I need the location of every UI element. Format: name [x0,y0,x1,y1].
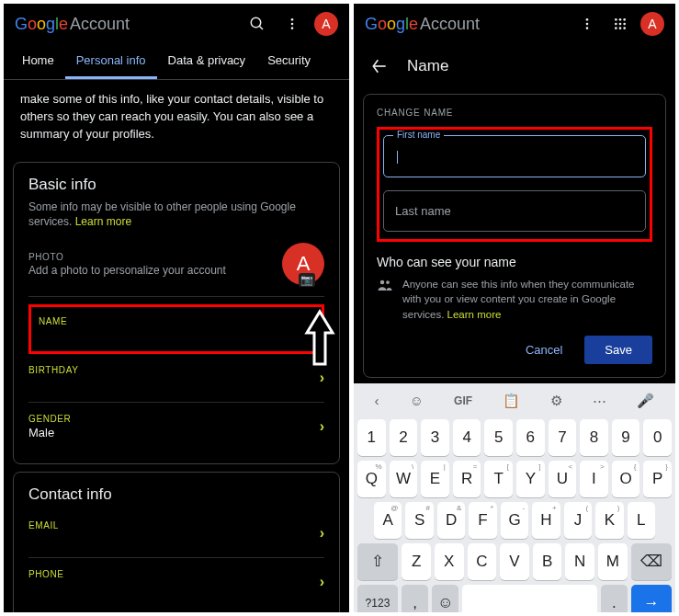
shift-key[interactable]: ⇧ [357,543,398,580]
svg-point-6 [586,23,589,26]
last-name-label: Last name [395,204,451,218]
chevron-left-icon[interactable]: ‹ [375,393,379,408]
tab-data-privacy[interactable]: Data & privacy [157,44,257,79]
tab-security[interactable]: Security [256,44,322,79]
key-h[interactable]: H+ [532,502,560,539]
basic-info-card: Basic info Some info may be visible to o… [13,162,340,465]
svg-point-4 [291,27,294,29]
key-2[interactable]: 2 [390,419,418,456]
clipboard-icon[interactable]: 📋 [503,393,520,409]
key-e[interactable]: E| [421,461,449,497]
key-b[interactable]: B [533,543,562,580]
space-key[interactable] [462,585,596,612]
key-l[interactable]: L [628,502,655,539]
name-row[interactable]: NAME › [28,304,324,354]
people-icon [377,277,393,323]
key-o[interactable]: O{ [612,461,640,497]
svg-point-13 [623,23,626,26]
apps-grid-icon[interactable] [607,11,633,37]
key-d[interactable]: D& [437,502,465,539]
camera-icon: 📷 [299,273,315,287]
key-n[interactable]: N [565,543,594,580]
key-c[interactable]: C [468,543,497,580]
first-name-field[interactable]: First name [383,135,646,177]
chevron-right-icon: › [310,321,314,337]
backspace-key[interactable]: ⌫ [631,543,672,580]
cancel-button[interactable]: Cancel [513,336,575,364]
key-i[interactable]: I> [580,461,608,497]
avatar[interactable]: A [640,12,664,36]
photo-row[interactable]: PHOTO Add a photo to personalize your ac… [28,230,324,297]
learn-more-link[interactable]: Learn more [75,215,131,228]
key-v[interactable]: V [500,543,529,580]
comma-key[interactable]: , [402,585,428,612]
key-a[interactable]: A@ [374,502,402,539]
profile-photo-avatar[interactable]: A📷 [282,243,324,285]
svg-line-1 [259,26,263,29]
key-f[interactable]: F* [469,502,496,539]
more-horiz-icon[interactable]: ⋯ [593,393,606,409]
more-vert-icon[interactable] [574,11,600,37]
keyboard-row-bottom: ?123 , ☺ . → [357,585,672,612]
key-r[interactable]: R= [453,461,481,497]
chevron-right-icon: › [320,574,324,590]
keyboard-row-numbers: 1234567890 [357,419,672,456]
gif-icon[interactable]: GIF [454,394,472,407]
gender-row[interactable]: GENDER Male › [28,403,324,451]
last-name-field[interactable]: Last name [383,190,646,232]
svg-point-5 [586,18,589,21]
key-y[interactable]: Y] [516,461,545,497]
key-q[interactable]: Q% [357,461,386,497]
key-1[interactable]: 1 [357,419,386,456]
svg-point-15 [619,27,622,29]
phone-row[interactable]: PHONE › [28,558,324,606]
key-s[interactable]: S# [405,502,433,539]
chevron-right-icon: › [320,525,324,542]
learn-more-link[interactable]: Learn more [447,309,502,320]
key-w[interactable]: W\ [390,461,418,497]
avatar[interactable]: A [314,12,338,36]
svg-point-14 [615,27,617,29]
key-0[interactable]: 0 [643,419,672,456]
gear-icon[interactable]: ⚙ [550,393,562,409]
sticker-icon[interactable]: ☺ [410,393,424,408]
emoji-key[interactable]: ☺ [432,585,458,612]
keyboard-toolbar: ‹ ☺ GIF 📋 ⚙ ⋯ 🎤 [357,389,672,415]
google-account-logo: GoogleAccount [15,15,130,34]
button-row: Cancel Save [377,336,652,364]
key-8[interactable]: 8 [580,419,608,456]
key-3[interactable]: 3 [421,419,449,456]
key-5[interactable]: 5 [484,419,513,456]
phone-label: PHONE [28,569,320,579]
key-g[interactable]: G- [501,502,528,539]
key-9[interactable]: 9 [612,419,640,456]
key-k[interactable]: K) [595,502,623,539]
key-x[interactable]: X [435,543,464,580]
name-fields-highlight: First name Last name [377,127,652,242]
more-vert-icon[interactable] [279,11,305,37]
keyboard-row-qwerty: Q%W\E|R=T[Y]U<I>O{P} [357,461,672,497]
svg-point-16 [623,27,626,29]
save-button[interactable]: Save [584,336,652,364]
enter-key[interactable]: → [631,585,672,612]
tab-home[interactable]: Home [11,44,65,79]
mic-icon[interactable]: 🎤 [637,393,654,409]
search-icon[interactable] [244,11,270,37]
key-t[interactable]: T[ [484,461,513,497]
key-z[interactable]: Z [402,543,431,580]
key-7[interactable]: 7 [549,419,577,456]
period-key[interactable]: . [601,585,628,612]
key-6[interactable]: 6 [516,419,545,456]
key-4[interactable]: 4 [453,419,481,456]
birthday-row[interactable]: BIRTHDAY › [28,354,324,403]
email-row[interactable]: EMAIL › [28,509,324,558]
key-u[interactable]: U< [549,461,577,497]
keyboard-row-zxcv: ⇧ ZXCVBNM⌫ [357,543,672,580]
symbols-key[interactable]: ?123 [357,585,398,612]
back-arrow-icon[interactable] [367,53,392,79]
birthday-label: BIRTHDAY [28,365,320,375]
tab-personal-info[interactable]: Personal info [65,44,157,79]
key-m[interactable]: M [598,543,628,580]
key-p[interactable]: P} [643,461,672,497]
key-j[interactable]: J( [564,502,592,539]
